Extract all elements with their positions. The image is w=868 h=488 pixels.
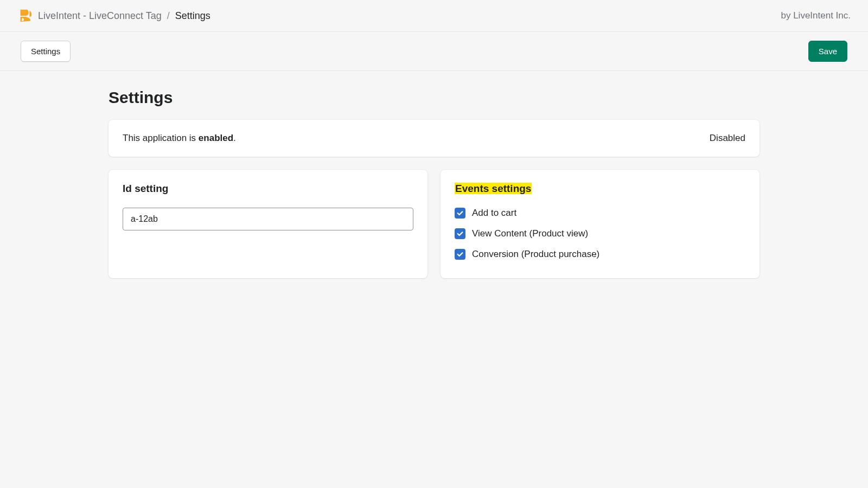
events-checkbox-list: Add to cart View Content (Product view): [455, 208, 745, 260]
status-prefix: This application is: [123, 133, 199, 143]
checkbox-label-conversion: Conversion (Product purchase): [472, 249, 599, 260]
id-setting-card: Id setting: [108, 170, 427, 278]
id-input[interactable]: [123, 208, 413, 230]
status-text: This application is enabled.: [123, 133, 236, 144]
checkbox-row-add-to-cart: Add to cart: [455, 208, 745, 219]
breadcrumb-app-name[interactable]: LiveIntent - LiveConnect Tag: [38, 10, 162, 22]
page-title: Settings: [108, 88, 760, 107]
checkbox-label-add-to-cart: Add to cart: [472, 208, 516, 219]
events-settings-title-text: Events settings: [455, 183, 532, 194]
save-button[interactable]: Save: [808, 41, 847, 62]
checkmark-icon: [456, 251, 464, 258]
vendor-label: by LiveIntent Inc.: [781, 10, 851, 21]
checkbox-label-view-content: View Content (Product view): [472, 228, 588, 239]
toolbar: Settings Save: [0, 32, 868, 71]
checkbox-add-to-cart[interactable]: [455, 208, 465, 219]
settings-button[interactable]: Settings: [21, 41, 71, 62]
checkmark-icon: [456, 230, 464, 237]
id-setting-title: Id setting: [123, 183, 413, 195]
breadcrumb-current: Settings: [175, 10, 210, 22]
breadcrumb: LiveIntent - LiveConnect Tag / Settings: [17, 8, 210, 24]
top-header: LiveIntent - LiveConnect Tag / Settings …: [0, 0, 868, 32]
breadcrumb-separator: /: [167, 10, 170, 22]
checkmark-icon: [456, 209, 464, 217]
status-toggle-label[interactable]: Disabled: [710, 133, 745, 144]
checkbox-view-content[interactable]: [455, 228, 465, 239]
status-card: This application is enabled. Disabled: [108, 120, 760, 157]
checkbox-row-view-content: View Content (Product view): [455, 228, 745, 239]
status-word: enabled: [199, 133, 233, 143]
events-settings-card: Events settings Add to cart: [441, 170, 760, 278]
checkbox-conversion[interactable]: [455, 249, 465, 260]
status-suffix: .: [233, 133, 236, 143]
main-content: Settings This application is enabled. Di…: [108, 71, 760, 300]
checkbox-row-conversion: Conversion (Product purchase): [455, 249, 745, 260]
cards-row: Id setting Events settings Add to cart: [108, 170, 760, 278]
app-logo-icon: [17, 8, 34, 24]
events-settings-title: Events settings: [455, 183, 745, 195]
